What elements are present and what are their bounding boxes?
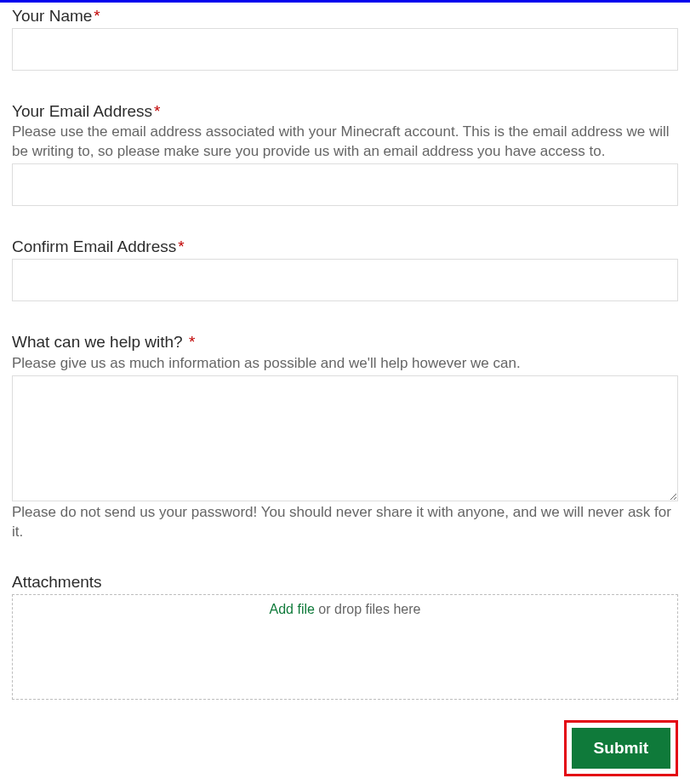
form-group-attachments: Attachments Add file or drop files here [12,572,678,700]
form-group-help: What can we help with? * Please give us … [12,332,678,542]
submit-button[interactable]: Submit [572,728,670,769]
name-field[interactable] [12,28,678,71]
label-text: What can we help with? [12,333,187,351]
submit-highlight-box: Submit [564,720,678,776]
help-textarea[interactable] [12,375,678,501]
label-text: Your Email Address [12,102,152,120]
required-indicator: * [94,7,100,25]
submit-anchor: Submit [12,700,678,776]
attachments-dropzone[interactable]: Add file or drop files here [12,594,678,700]
field-label: Your Name* [12,6,678,27]
form-group-email: Your Email Address* Please use the email… [12,101,678,207]
label-text: Attachments [12,573,102,591]
required-indicator: * [178,237,184,255]
drop-files-text: or drop files here [315,602,421,616]
form-container: Your Name* Your Email Address* Please us… [0,3,690,784]
field-label: Attachments [12,572,678,593]
form-group-name: Your Name* [12,6,678,71]
required-indicator: * [154,102,160,120]
email-field[interactable] [12,163,678,206]
field-hint: Please use the email address associated … [12,123,678,162]
add-file-link[interactable]: Add file [270,602,315,616]
field-label: Confirm Email Address* [12,237,678,258]
field-label: What can we help with? * [12,332,678,353]
field-hint: Please give us as much information as po… [12,354,678,374]
label-text: Confirm Email Address [12,237,176,255]
label-text: Your Name [12,7,92,25]
form-group-confirm-email: Confirm Email Address* [12,237,678,301]
confirm-email-field[interactable] [12,259,678,301]
field-label: Your Email Address* [12,101,678,123]
required-indicator: * [189,333,195,351]
field-hint-below: Please do not send us your password! You… [12,503,678,542]
